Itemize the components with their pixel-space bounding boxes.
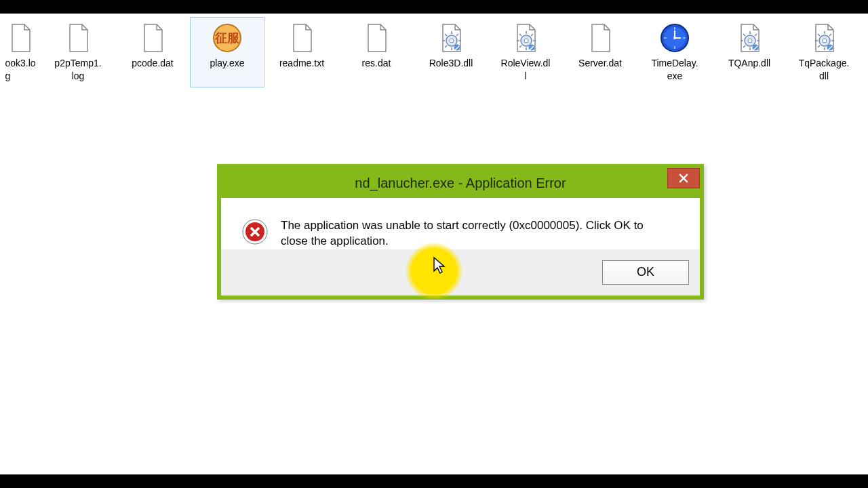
dialog-footer: OK [221,249,700,296]
desktop-icon-readme-txt[interactable]: readme.txt [264,17,339,87]
desktop-icon-label: RoleView.dll [501,57,551,83]
close-icon [679,174,688,183]
file-icon [136,22,169,54]
desktop-icon-label: Server.dat [578,57,622,70]
dialog-body: The application was unable to start corr… [221,198,700,249]
desktop-icon-label: TimeDelay.exe [651,57,698,83]
desktop-icon-label: pcode.dat [132,57,174,70]
ok-button[interactable]: OK [602,260,689,285]
exe-clock-icon [658,22,691,54]
exe-custom-icon [211,22,243,54]
file-icon [4,22,37,54]
dll-icon [509,22,542,54]
desktop-icon-Server-dat[interactable]: Server.dat [563,17,637,87]
dialog-titlebar[interactable]: nd_lanucher.exe - Application Error [221,168,700,198]
dll-icon [435,22,467,54]
dialog-message: The application was unable to start corr… [281,218,660,249]
desktop-icon-ook3-log[interactable]: ook3.log [0,17,41,87]
desktop-icon-p2pTemp1-log[interactable]: p2pTemp1.log [41,17,115,87]
dll-icon [733,22,766,54]
desktop-area[interactable]: ook3.logp2pTemp1.logpcode.datplay.exerea… [0,14,868,474]
letterbox-bottom [0,474,868,488]
desktop-icon-RoleView-dll[interactable]: RoleView.dll [488,17,563,87]
dialog-title: nd_lanucher.exe - Application Error [355,176,566,191]
error-dialog: nd_lanucher.exe - Application Error The … [217,164,704,300]
desktop-icon-label: Role3D.dll [429,57,473,70]
file-icon [360,22,393,54]
close-button[interactable] [667,168,700,188]
desktop-icon-label: TqPackage.dll [799,57,850,83]
desktop-icon-label: play.exe [210,57,244,70]
desktop-icon-TimeDelay-exe[interactable]: TimeDelay.exe [637,17,712,87]
desktop-icon-label: readme.txt [279,57,324,70]
desktop-icon-TQAnp-dll[interactable]: TQAnp.dll [712,17,787,87]
desktop-icon-label: TQAnp.dll [728,57,770,70]
error-icon [241,218,269,248]
desktop-icon-play-exe[interactable]: play.exe [190,17,264,87]
file-icon [62,22,94,54]
letterbox-top [0,0,868,14]
desktop-icon-pcode-dat[interactable]: pcode.dat [115,17,190,87]
dll-icon [808,22,840,54]
desktop-icon-Role3D-dll[interactable]: Role3D.dll [414,17,488,87]
desktop-icon-res-dat[interactable]: res.dat [339,17,414,87]
desktop-icon-row: ook3.logp2pTemp1.logpcode.datplay.exerea… [0,14,868,87]
file-icon [584,22,616,54]
desktop-icon-TqPackage-dll[interactable]: TqPackage.dll [787,17,861,87]
desktop-icon-label: p2pTemp1.log [54,57,101,83]
desktop-icon-label: ook3.log [5,57,35,83]
desktop-icon-label: res.dat [362,57,391,70]
file-icon [285,22,318,54]
